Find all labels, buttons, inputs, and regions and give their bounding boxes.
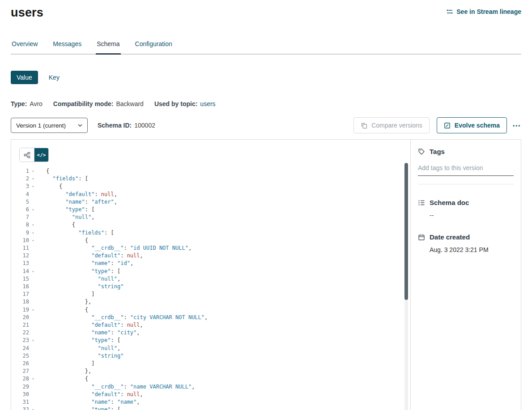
fold-toggle-icon[interactable]: ▾ xyxy=(29,175,37,183)
fold-spacer xyxy=(29,360,37,367)
line-number: 31 xyxy=(19,398,29,406)
line-number: 5 xyxy=(19,198,29,206)
line-number: 26 xyxy=(19,360,29,367)
code-line: 14▾ "type": [ xyxy=(19,268,410,275)
edit-schema-icon xyxy=(444,122,451,129)
fold-toggle-icon[interactable]: ▾ xyxy=(29,406,37,410)
compare-versions-label: Compare versions xyxy=(371,122,422,129)
fold-toggle-icon[interactable]: ▾ xyxy=(29,206,37,214)
compatibility-label: Compatibility mode: xyxy=(53,100,114,107)
fold-toggle-icon[interactable]: ▾ xyxy=(29,167,37,175)
fold-toggle-icon[interactable]: ▾ xyxy=(29,268,37,275)
line-number: 18 xyxy=(19,298,29,306)
fold-toggle-icon[interactable]: ▾ xyxy=(29,229,37,237)
fold-spacer xyxy=(29,352,37,360)
fold-toggle-icon[interactable]: ▾ xyxy=(29,237,37,244)
code-text: { xyxy=(46,237,88,244)
tab-messages[interactable]: Messages xyxy=(52,40,82,55)
code-text: "type": [ xyxy=(46,406,120,410)
code-text: "name": "city", xyxy=(46,329,140,337)
schema-meta: Type: Avro Compatibility mode: Backward … xyxy=(11,100,521,107)
line-number: 7 xyxy=(19,214,29,221)
evolve-schema-label: Evolve schema xyxy=(455,122,500,129)
code-text: "null", xyxy=(46,214,94,221)
fold-spacer xyxy=(29,391,37,398)
code-line: 2▾ "fields": [ xyxy=(19,175,410,183)
line-number: 12 xyxy=(19,252,29,260)
code-text: "fields": [ xyxy=(46,229,114,237)
code-line: 29 "__crdb__": "name VARCHAR NULL", xyxy=(19,383,410,391)
value-toggle-button[interactable]: Value xyxy=(11,71,38,84)
fold-toggle-icon[interactable]: ▾ xyxy=(29,306,37,314)
code-line: 31 "name": "name", xyxy=(19,398,410,406)
date-created-value: Aug. 3 2022 3:21 PM xyxy=(430,246,514,253)
page-title: users xyxy=(11,4,43,21)
tags-heading-label: Tags xyxy=(430,148,445,155)
fold-spacer xyxy=(29,275,37,283)
fold-spacer xyxy=(29,252,37,260)
code-view-button[interactable]: </> xyxy=(34,148,48,162)
fold-toggle-icon[interactable]: ▾ xyxy=(29,337,37,344)
code-line: 3▾ { xyxy=(19,183,410,190)
fold-spacer xyxy=(29,398,37,406)
key-toggle-button[interactable]: Key xyxy=(46,71,62,84)
code-lines: 1▾{2▾ "fields": [3▾ {4 "default": null,5… xyxy=(19,167,410,410)
version-select[interactable]: Version 1 (current) xyxy=(11,118,88,133)
code-line: 12 "default": null, xyxy=(19,252,410,260)
code-line: 10▾ { xyxy=(19,237,410,244)
stream-lineage-link[interactable]: See in Stream lineage xyxy=(446,8,521,15)
line-number: 19 xyxy=(19,306,29,314)
tree-view-icon xyxy=(24,152,30,158)
sidebar-divider xyxy=(418,184,514,184)
fold-spacer xyxy=(29,345,37,352)
tab-overview[interactable]: Overview xyxy=(11,40,38,55)
line-number: 3 xyxy=(19,183,29,190)
code-text: "default": null, xyxy=(46,391,143,398)
fold-toggle-icon[interactable]: ▾ xyxy=(29,183,37,190)
code-line: 9▾ "fields": [ xyxy=(19,229,410,237)
line-number: 17 xyxy=(19,290,29,298)
more-options-button[interactable]: ⋯ xyxy=(512,121,521,130)
ellipsis-icon: ⋯ xyxy=(512,121,521,130)
type-label: Type: xyxy=(11,100,27,107)
fold-spacer xyxy=(29,314,37,321)
line-number: 14 xyxy=(19,268,29,275)
code-text: "string" xyxy=(46,352,123,360)
code-line: 15 "null", xyxy=(19,275,410,283)
tab-configuration[interactable]: Configuration xyxy=(134,40,173,55)
code-text: }, xyxy=(46,367,91,375)
line-number: 10 xyxy=(19,237,29,244)
code-line: 26 ] xyxy=(19,360,410,367)
fold-toggle-icon[interactable]: ▾ xyxy=(29,221,37,229)
code-text: "type": [ xyxy=(46,337,120,344)
topic-link[interactable]: users xyxy=(200,100,215,107)
code-line: 28▾ { xyxy=(19,375,410,383)
code-line: 21 "default": null, xyxy=(19,321,410,329)
line-number: 27 xyxy=(19,367,29,375)
code-scrollbar[interactable] xyxy=(404,163,408,410)
schema-id-value: 100002 xyxy=(134,122,155,129)
evolve-schema-button[interactable]: Evolve schema xyxy=(437,117,507,133)
code-text: "__crdb__": "name VARCHAR NULL", xyxy=(46,383,195,391)
code-line: 4 "default": null, xyxy=(19,191,410,198)
compare-versions-button[interactable]: Compare versions xyxy=(353,117,430,133)
code-text: "type": [ xyxy=(46,268,120,275)
tree-view-button[interactable] xyxy=(20,148,34,162)
fold-toggle-icon[interactable]: ▾ xyxy=(29,375,37,383)
line-number: 20 xyxy=(19,314,29,321)
date-created-section: Date created Aug. 3 2022 3:21 PM xyxy=(418,233,514,253)
line-number: 9 xyxy=(19,229,29,237)
code-text: "null", xyxy=(46,345,120,352)
editor-view-toggle: </> xyxy=(19,148,49,162)
version-select-value: Version 1 (current) xyxy=(16,122,66,129)
add-tags-input[interactable] xyxy=(418,162,514,176)
tab-schema[interactable]: Schema xyxy=(96,40,120,55)
line-number: 21 xyxy=(19,321,29,329)
schema-editor: </> 1▾{2▾ "fields": [3▾ {4 "default": nu… xyxy=(11,140,411,410)
tags-heading: Tags xyxy=(418,148,514,155)
code-line: 23▾ "type": [ xyxy=(19,337,410,344)
scrollbar-thumb[interactable] xyxy=(404,163,408,300)
compatibility-value: Backward xyxy=(116,100,143,107)
line-number: 6 xyxy=(19,206,29,214)
calendar-icon xyxy=(418,234,425,241)
